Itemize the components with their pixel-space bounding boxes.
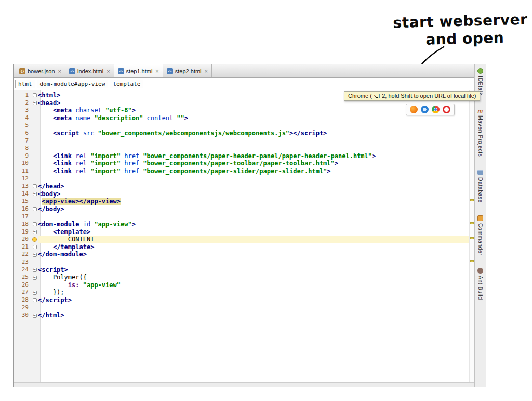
code-line[interactable]: 15 <app-view></app-view>: [14, 198, 469, 205]
code-text: [38, 213, 469, 221]
fold-gutter: −: [31, 243, 38, 251]
fold-close-icon[interactable]: −: [33, 253, 37, 257]
breadcrumb-item[interactable]: template: [110, 80, 143, 88]
code-line[interactable]: 29: [14, 304, 469, 312]
code-line[interactable]: 12: [14, 175, 469, 183]
code-text: <template>: [38, 228, 469, 236]
line-number: 16: [14, 205, 31, 213]
code-line[interactable]: 7: [14, 137, 469, 145]
code-line[interactable]: 20 CONTENT: [14, 236, 469, 243]
code-text: <link rel="import" href="bower_component…: [38, 160, 469, 167]
error-stripe: [469, 90, 474, 382]
fold-open-icon[interactable]: −: [33, 276, 37, 280]
code-line[interactable]: 18−<dom-module id="app-view">: [14, 221, 469, 228]
warning-stripe-mark[interactable]: [470, 237, 474, 239]
fold-close-icon[interactable]: −: [33, 291, 37, 295]
fold-gutter: −: [31, 205, 38, 213]
code-line[interactable]: 5: [14, 122, 469, 130]
code-text: [38, 122, 469, 130]
close-tab-icon[interactable]: ×: [58, 68, 61, 74]
close-tab-icon[interactable]: ×: [155, 68, 158, 74]
fold-gutter: −: [31, 312, 38, 319]
breadcrumb-item[interactable]: html: [15, 80, 35, 88]
fold-close-icon[interactable]: −: [33, 245, 37, 249]
opera-icon[interactable]: [443, 106, 450, 113]
code-line[interactable]: 22−</dom-module>: [14, 251, 469, 258]
code-text: [38, 175, 469, 183]
tool-button-database[interactable]: Database: [477, 170, 484, 203]
code-line[interactable]: 14−<body>: [14, 190, 469, 198]
code-line[interactable]: 10 <link rel="import" href="bower_compon…: [14, 160, 469, 167]
tab-step1.html[interactable]: <>step1.html×: [114, 64, 163, 77]
safari-icon[interactable]: [421, 106, 429, 113]
code-line[interactable]: 11 <link rel="import" href="bower_compon…: [14, 167, 469, 175]
firefox-icon[interactable]: [410, 106, 418, 113]
code-line[interactable]: 17: [14, 213, 469, 221]
code-line[interactable]: 21− </template>: [14, 243, 469, 251]
line-number: 28: [14, 296, 31, 304]
fold-gutter: [31, 152, 38, 160]
fold-close-icon[interactable]: −: [33, 184, 37, 188]
editor[interactable]: 1−<html>2−<head>3 <meta charset="utf-8">…: [14, 90, 474, 382]
line-number: 7: [14, 137, 31, 145]
fold-open-icon[interactable]: −: [33, 230, 37, 234]
close-tab-icon[interactable]: ×: [107, 68, 110, 74]
tool-button-ant[interactable]: Ant Build: [477, 268, 484, 300]
fold-open-icon[interactable]: −: [33, 93, 37, 97]
code-text: is: "app-view": [38, 281, 469, 289]
code-text: <script src="bower_components/webcompone…: [38, 130, 469, 137]
code-line[interactable]: 24−<script>: [14, 266, 469, 274]
code-line[interactable]: 6 <script src="bower_components/webcompo…: [14, 130, 469, 137]
html-file-icon: <>: [69, 68, 75, 74]
code-line[interactable]: 19− <template>: [14, 228, 469, 236]
fold-close-icon[interactable]: −: [33, 314, 37, 318]
code-line[interactable]: 3 <meta charset="utf-8">: [14, 107, 469, 114]
fold-close-icon[interactable]: −: [33, 207, 37, 211]
breadcrumb-item[interactable]: dom-module#app-view: [37, 80, 109, 88]
warning-stripe-mark[interactable]: [470, 260, 474, 262]
tool-button-label: Commander: [477, 223, 484, 255]
chrome-icon[interactable]: [432, 106, 440, 113]
html-file-icon: <>: [118, 68, 124, 74]
fold-gutter: [31, 160, 38, 167]
tool-button-maven[interactable]: mMaven Projects: [477, 108, 484, 157]
fold-gutter: −: [31, 183, 38, 190]
code-text: <link rel="import" href="bower_component…: [38, 167, 469, 175]
code-line[interactable]: 16−</body>: [14, 205, 469, 213]
tab-step2.html[interactable]: <>step2.html×: [163, 64, 212, 77]
line-number: 13: [14, 183, 31, 190]
fold-open-icon[interactable]: −: [33, 268, 37, 272]
code-text: <meta charset="utf-8">: [38, 107, 469, 114]
horizontal-scrollbar[interactable]: [14, 382, 474, 387]
warning-stripe-mark[interactable]: [470, 199, 474, 201]
code-line[interactable]: 8: [14, 145, 469, 152]
code-line[interactable]: 28−</script>: [14, 296, 469, 304]
code-line[interactable]: 25− Polymer({: [14, 274, 469, 281]
code-line[interactable]: 9 <link rel="import" href="bower_compone…: [14, 152, 469, 160]
line-number: 23: [14, 258, 31, 266]
tab-label: bower.json: [28, 68, 55, 74]
code-line[interactable]: 23: [14, 258, 469, 266]
fold-gutter: [31, 145, 38, 152]
fold-gutter: −: [31, 99, 38, 107]
fold-open-icon[interactable]: −: [33, 192, 37, 196]
browser-icons-panel: [406, 104, 455, 115]
tab-bower.json[interactable]: {}bower.json×: [16, 64, 65, 77]
fold-close-icon[interactable]: −: [33, 298, 37, 302]
code-line[interactable]: 26 is: "app-view": [14, 281, 469, 289]
code-line[interactable]: 30−</html>: [14, 312, 469, 319]
code-text: <body>: [38, 190, 469, 198]
tab-index.html[interactable]: <>index.html×: [65, 64, 114, 77]
fold-open-icon[interactable]: −: [33, 222, 37, 226]
fold-gutter: [31, 198, 38, 205]
breadcrumb: htmldom-module#app-viewtemplate: [14, 78, 474, 90]
code-line[interactable]: 4 <meta name="description" content="">: [14, 114, 469, 122]
warning-stripe-mark[interactable]: [470, 222, 474, 224]
fold-open-icon[interactable]: −: [33, 101, 37, 105]
code-line[interactable]: 27− });: [14, 289, 469, 296]
code-line[interactable]: 13−</head>: [14, 183, 469, 190]
tool-button-commander[interactable]: Commander: [477, 215, 484, 255]
intention-bulb-icon[interactable]: [32, 237, 37, 242]
fold-gutter: [31, 304, 38, 312]
close-tab-icon[interactable]: ×: [205, 68, 208, 74]
